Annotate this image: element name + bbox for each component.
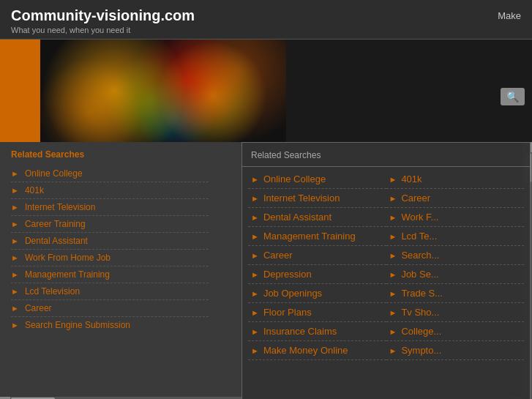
arrow-icon: ► bbox=[11, 321, 19, 329]
panel-list-item[interactable]: ► Management Training bbox=[248, 227, 386, 246]
arrow-icon: ► bbox=[389, 232, 397, 241]
item-label: 401k bbox=[401, 174, 422, 184]
banner bbox=[0, 40, 532, 142]
banner-image bbox=[40, 40, 286, 142]
item-label: Search Engine Submission bbox=[25, 320, 130, 330]
panel-list-item[interactable]: ► Job Openings bbox=[248, 284, 386, 303]
panel-list-item[interactable]: ► Internet Television bbox=[248, 189, 386, 208]
panel-list-item[interactable]: ► Career bbox=[386, 189, 525, 208]
arrow-icon: ► bbox=[251, 194, 259, 203]
item-label: Career bbox=[401, 193, 430, 204]
arrow-icon: ► bbox=[11, 270, 19, 279]
panel-list-item[interactable]: ► Online College bbox=[248, 170, 386, 189]
page-header: Community-visioning.com What you need, w… bbox=[0, 0, 532, 40]
arrow-icon: ► bbox=[11, 236, 19, 245]
panel-list-item[interactable]: ► Floor Plans bbox=[248, 303, 386, 322]
arrow-icon: ► bbox=[11, 186, 19, 195]
item-label: Dental Assistant bbox=[25, 236, 88, 246]
arrow-icon: ► bbox=[251, 270, 259, 279]
arrow-icon: ► bbox=[11, 304, 19, 313]
arrow-icon: ► bbox=[389, 194, 397, 203]
arrow-icon: ► bbox=[251, 175, 259, 184]
panel-list-item[interactable]: ► Depression bbox=[248, 265, 386, 284]
panel-list-item[interactable]: ► Insurance Claims bbox=[248, 322, 386, 341]
arrow-icon: ► bbox=[389, 308, 397, 317]
panel-list-item[interactable]: ► Search... bbox=[386, 246, 525, 265]
item-label: Make Money Online bbox=[263, 345, 348, 356]
arrow-icon: ► bbox=[389, 175, 397, 184]
arrow-icon: ► bbox=[389, 289, 397, 298]
arrow-icon: ► bbox=[11, 220, 19, 228]
site-subtitle: What you need, when you need it bbox=[11, 26, 195, 34]
arrow-icon: ► bbox=[389, 251, 397, 260]
item-label: Sympto... bbox=[401, 345, 441, 356]
right-panel-title: Related Searches bbox=[242, 150, 530, 167]
header-left: Community-visioning.com What you need, w… bbox=[11, 7, 195, 34]
arrow-icon: ► bbox=[251, 327, 259, 336]
item-label: Management Training bbox=[263, 231, 356, 242]
item-label: Online College bbox=[25, 168, 83, 179]
item-label: Lcd Te... bbox=[401, 231, 437, 242]
item-label: Trade S... bbox=[401, 288, 443, 299]
search-icon-area[interactable]: 🔍 bbox=[501, 88, 525, 105]
item-label: Online College bbox=[263, 174, 326, 184]
item-label: 401k bbox=[25, 185, 44, 195]
panel-list-item[interactable]: ► Trade S... bbox=[386, 284, 525, 303]
item-label: Work From Home Job bbox=[25, 253, 110, 263]
list-item[interactable]: ► Lcd Television bbox=[11, 283, 209, 300]
panel-list-item[interactable]: ► Lcd Te... bbox=[386, 227, 525, 246]
item-label: Tv Sho... bbox=[401, 307, 439, 318]
list-item[interactable]: ► Search Engine Submission bbox=[11, 317, 209, 333]
arrow-icon: ► bbox=[251, 232, 259, 241]
arrow-icon: ► bbox=[389, 270, 397, 279]
item-label: Lcd Television bbox=[25, 286, 80, 297]
arrow-icon: ► bbox=[11, 203, 19, 212]
arrow-icon: ► bbox=[389, 327, 397, 336]
make-label: Make bbox=[498, 10, 521, 21]
list-item[interactable]: ► Online College bbox=[11, 165, 209, 182]
list-item[interactable]: ► Internet Television bbox=[11, 199, 209, 216]
panel-list-item[interactable]: ► 401k bbox=[386, 170, 525, 189]
arrow-icon: ► bbox=[389, 346, 397, 355]
item-label: Career Training bbox=[25, 219, 86, 229]
item-label: Internet Television bbox=[263, 193, 340, 204]
panel-list-item[interactable]: ► Dental Assistant bbox=[248, 208, 386, 227]
panel-list-item[interactable]: ► College... bbox=[386, 322, 525, 341]
item-label: Career bbox=[263, 250, 293, 261]
arrow-icon: ► bbox=[251, 289, 259, 298]
arrow-icon: ► bbox=[251, 346, 259, 355]
item-label: College... bbox=[401, 326, 441, 337]
item-label: Floor Plans bbox=[263, 307, 312, 318]
panel-list-item[interactable]: ► Work F... bbox=[386, 208, 525, 227]
arrow-icon: ► bbox=[11, 169, 19, 178]
list-item[interactable]: ► 401k bbox=[11, 182, 209, 199]
panel-list-item[interactable]: ► Job Se... bbox=[386, 265, 525, 284]
arrow-icon: ► bbox=[389, 213, 397, 222]
item-label: Search... bbox=[401, 250, 439, 261]
list-item[interactable]: ► Management Training bbox=[11, 266, 209, 283]
item-label: Job Se... bbox=[401, 269, 438, 280]
left-sidebar: Related Searches ► Online College ► 401k… bbox=[0, 142, 220, 399]
panel-list-item[interactable]: ► Make Money Online bbox=[248, 341, 386, 360]
right-panel: Related Searches ► Online College ► 401k… bbox=[241, 142, 531, 399]
header-right: Make bbox=[498, 7, 521, 21]
main-content: Related Searches ► Online College ► 401k… bbox=[0, 142, 532, 399]
panel-grid: ► Online College ► 401k ► Internet Telev… bbox=[242, 170, 530, 360]
panel-list-item[interactable]: ► Career bbox=[248, 246, 386, 265]
item-label: Management Training bbox=[25, 269, 110, 280]
arrow-icon: ► bbox=[251, 308, 259, 317]
search-icon: 🔍 bbox=[506, 91, 519, 102]
arrow-icon: ► bbox=[11, 253, 19, 262]
item-label: Insurance Claims bbox=[263, 326, 337, 337]
item-label: Depression bbox=[263, 269, 312, 280]
arrow-icon: ► bbox=[251, 251, 259, 260]
item-label: Job Openings bbox=[263, 288, 322, 299]
list-item[interactable]: ► Work From Home Job bbox=[11, 250, 209, 266]
list-item[interactable]: ► Dental Assistant bbox=[11, 233, 209, 250]
item-label: Career bbox=[25, 303, 52, 313]
list-item[interactable]: ► Career Training bbox=[11, 216, 209, 233]
panel-list-item[interactable]: ► Sympto... bbox=[386, 341, 525, 360]
list-item[interactable]: ► Career bbox=[11, 300, 209, 317]
banner-dark bbox=[286, 40, 532, 142]
panel-list-item[interactable]: ► Tv Sho... bbox=[386, 303, 525, 322]
